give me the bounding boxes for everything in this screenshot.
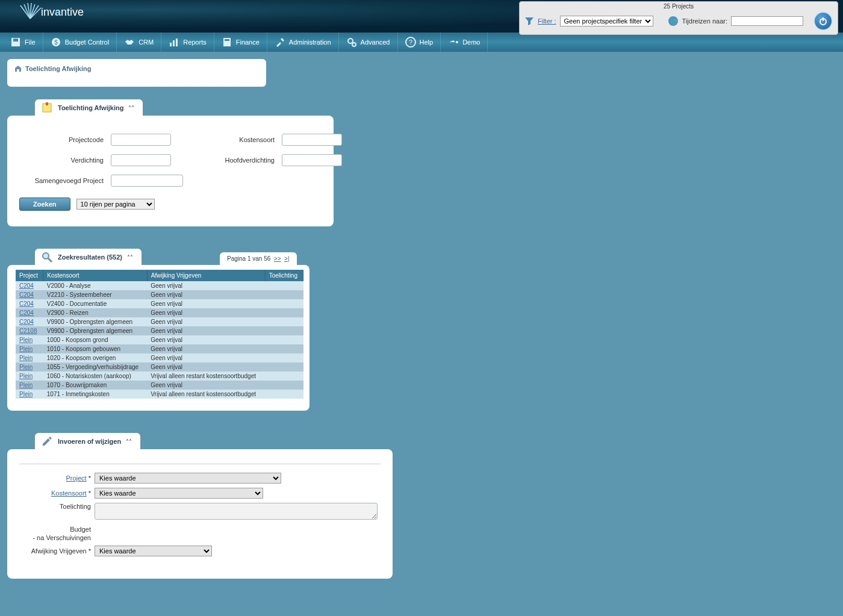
menu-demo[interactable]: Demo (441, 33, 488, 52)
cell-toelichting (265, 390, 303, 399)
search-section-tab: Toelichting Afwijking ˄˄ (35, 99, 143, 116)
edit-project-link[interactable]: Project (66, 474, 86, 482)
globe-icon (668, 16, 679, 26)
edit-budget-sub-label: - na Verschuivingen (19, 534, 95, 541)
project-link[interactable]: C204 (19, 300, 34, 307)
time-travel-input[interactable] (731, 16, 803, 26)
menu-advanced[interactable]: Advanced (339, 33, 398, 52)
cell-kostensoort: 1060 - Notariskosten (aankoop) (43, 372, 147, 381)
table-row[interactable]: C204V2900 - ReizenGeen vrijval (16, 308, 303, 317)
menu-administration[interactable]: Administration (267, 33, 339, 52)
top-header: invantive 25 Projects Filter : Geen proj… (0, 0, 843, 33)
demo-icon (448, 37, 459, 48)
edit-tab-label: Invoeren of wijzigen (58, 438, 121, 445)
collapse-toggle[interactable]: ˄˄ (128, 105, 134, 111)
project-link[interactable]: Plein (19, 391, 33, 397)
table-row[interactable]: C204V2000 - AnalyseGeen vrijval (16, 281, 303, 290)
table-row[interactable]: C204V2210 - SysteembeheerGeen vrijval (16, 290, 303, 299)
cell-toelichting (265, 344, 303, 353)
input-samengevoegd[interactable] (111, 175, 183, 187)
money-icon: $ (51, 37, 61, 48)
collapse-toggle[interactable]: ˄˄ (126, 438, 132, 445)
breadcrumb-title: Toelichting Afwijking (25, 65, 91, 72)
menu-finance[interactable]: Finance (214, 33, 267, 52)
table-row[interactable]: Plein1071 - InmetingskostenVrijval allee… (16, 390, 303, 399)
project-link[interactable]: C204 (19, 319, 34, 325)
edit-afwijking-select[interactable]: Kies waarde (95, 546, 212, 556)
table-row[interactable]: Plein1020 - Koopsom overigenGeen vrijval (16, 353, 303, 362)
input-verdichting[interactable] (111, 154, 171, 166)
table-row[interactable]: C2108V9900 - Opbrengsten algemeenGeen vr… (16, 326, 303, 335)
cell-afwijking: Geen vrijval (147, 308, 265, 317)
menu-file[interactable]: File (3, 33, 43, 52)
column-header: Kostensoort (43, 270, 147, 281)
cell-kostensoort: V2000 - Analyse (43, 281, 147, 290)
menu-reports[interactable]: Reports (161, 33, 214, 52)
cell-toelichting (265, 335, 303, 344)
cell-kostensoort: V2400 - Documentatie (43, 299, 147, 308)
input-projectcode[interactable] (111, 134, 171, 146)
table-row[interactable]: C204V2400 - DocumentatieGeen vrijval (16, 299, 303, 308)
edit-kostensoort-select[interactable]: Kies waarde (95, 488, 263, 499)
project-link[interactable]: C204 (19, 291, 34, 298)
menu-crm[interactable]: CRM (117, 33, 161, 52)
svg-rect-18 (225, 39, 229, 41)
svg-point-19 (348, 39, 353, 43)
edit-project-select[interactable]: Kies waarde (95, 473, 281, 484)
results-tab-label: Zoekresultaten (552) (58, 254, 122, 261)
funnel-icon (524, 16, 534, 26)
save-icon (10, 37, 21, 48)
project-link[interactable]: C2108 (19, 328, 37, 334)
menu-budget-control[interactable]: $Budget Control (43, 33, 117, 52)
table-row[interactable]: Plein1000 - Koopsom grondGeen vrijval (16, 335, 303, 344)
cell-afwijking: Geen vrijval (147, 362, 265, 372)
calculator-icon (222, 37, 232, 48)
filter-select[interactable]: Geen projectspecifiek filter (560, 16, 653, 26)
divider (19, 464, 381, 464)
project-link[interactable]: C204 (19, 282, 34, 289)
input-hoofdverdichting[interactable] (282, 154, 342, 166)
label-projectcode: Projectcode (19, 136, 104, 143)
results-section-tab: Zoekresultaten (552) ˄˄ (35, 249, 142, 266)
table-row[interactable]: Plein1055 - Vergoeding/verhuisbijdrageGe… (16, 362, 303, 372)
chart-icon (169, 37, 179, 48)
pagination-next[interactable]: >> (274, 255, 281, 262)
project-link[interactable]: Plein (19, 337, 33, 343)
power-button[interactable] (813, 11, 833, 31)
svg-rect-11 (13, 39, 18, 42)
project-link[interactable]: Plein (19, 373, 33, 379)
rows-per-page-select[interactable]: 10 rijen per pagina (76, 199, 155, 210)
logo: invantive (18, 3, 84, 21)
svg-point-20 (352, 43, 356, 46)
cell-afwijking: Geen vrijval (147, 317, 265, 326)
results-table: ProjectKostensoortAfwijking VrijgevenToe… (16, 270, 303, 399)
cell-afwijking: Geen vrijval (147, 335, 265, 344)
pagination-text: Pagina 1 van 56 (227, 255, 270, 262)
help-icon: ? (405, 37, 416, 48)
menubar: File$Budget ControlCRMReportsFinanceAdmi… (0, 33, 843, 52)
table-row[interactable]: C204V9900 - Opbrengsten algemeenGeen vri… (16, 317, 303, 326)
edit-toelichting-textarea[interactable] (95, 503, 378, 520)
project-link[interactable]: Plein (19, 382, 33, 388)
search-button[interactable]: Zoeken (19, 198, 70, 211)
table-row[interactable]: Plein1060 - Notariskosten (aankoop)Vrijv… (16, 372, 303, 381)
cell-toelichting (265, 308, 303, 317)
pagination-last[interactable]: >| (284, 255, 289, 262)
collapse-toggle[interactable]: ˄˄ (127, 254, 133, 261)
edit-kostensoort-link[interactable]: Kostensoort (51, 490, 87, 497)
menu-help[interactable]: ?Help (398, 33, 441, 52)
project-link[interactable]: Plein (19, 346, 33, 352)
cell-toelichting (265, 281, 303, 290)
project-link[interactable]: Plein (19, 364, 33, 370)
project-link[interactable]: Plein (19, 355, 33, 361)
cell-kostensoort: V9900 - Opbrengsten algemeen (43, 326, 147, 335)
table-row[interactable]: Plein1070 - BouwrijpmakenGeen vrijval (16, 381, 303, 390)
svg-point-23 (456, 41, 458, 43)
cell-kostensoort: 1071 - Inmetingskosten (43, 390, 147, 399)
cell-toelichting (265, 362, 303, 372)
cell-afwijking: Geen vrijval (147, 344, 265, 353)
filter-link[interactable]: Filter : (538, 17, 556, 25)
project-link[interactable]: C204 (19, 310, 34, 316)
table-row[interactable]: Plein1010 - Koopsom gebouwenGeen vrijval (16, 344, 303, 353)
input-kostensoort[interactable] (282, 134, 342, 146)
